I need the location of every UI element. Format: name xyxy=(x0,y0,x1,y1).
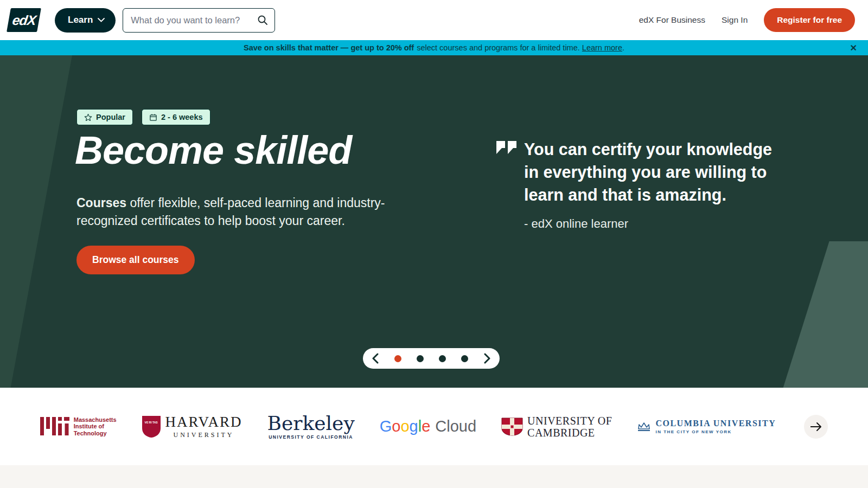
popular-badge: Popular xyxy=(76,109,133,125)
sign-in-link[interactable]: Sign In xyxy=(722,15,748,25)
cambridge-crest-icon xyxy=(501,418,523,436)
berkeley-logo[interactable]: Berkeley UNIVERSITY OF CALIFORNIA xyxy=(267,414,354,440)
partner-logo-strip: Massachusetts Institute of Technology VE… xyxy=(0,388,868,465)
learn-dropdown-label: Learn xyxy=(68,15,93,25)
chevron-left-icon xyxy=(372,353,379,364)
hero-decor-bottom-right-wedge xyxy=(776,241,868,388)
register-button[interactable]: Register for free xyxy=(764,8,855,32)
carousel-dot-4[interactable] xyxy=(461,355,468,362)
berkeley-wordmark: Berkeley UNIVERSITY OF CALIFORNIA xyxy=(267,414,354,440)
chevron-right-icon xyxy=(483,353,491,364)
calendar-icon xyxy=(149,113,157,121)
search-icon[interactable] xyxy=(257,15,268,25)
hero-badges: Popular 2 - 6 weeks xyxy=(76,109,210,125)
columbia-logo[interactable]: COLUMBIA UNIVERSITY IN THE CITY OF NEW Y… xyxy=(637,419,776,434)
promo-banner: Save on skills that matter — get up to 2… xyxy=(0,40,868,55)
header-actions: edX For Business Sign In Register for fr… xyxy=(639,8,855,32)
partners-next-button[interactable] xyxy=(804,415,828,439)
hero-description: Courses offer flexible, self-paced learn… xyxy=(76,194,428,230)
harvard-logo[interactable]: VE RI TAS HARVARD UNIVERSITY xyxy=(142,414,242,439)
carousel-prev-button[interactable] xyxy=(372,353,379,364)
banner-close-button[interactable]: ✕ xyxy=(850,40,857,55)
carousel-dot-2[interactable] xyxy=(417,355,424,362)
quote-icon xyxy=(496,141,516,148)
promo-regular-text: select courses and programs for a limite… xyxy=(417,43,580,52)
promo-bold-text: Save on skills that matter — get up to 2… xyxy=(244,43,414,52)
top-navigation: edX Learn edX For Business Sign In Regis… xyxy=(0,0,868,40)
columbia-wordmark: COLUMBIA UNIVERSITY IN THE CITY OF NEW Y… xyxy=(655,419,776,434)
edx-logo-text: edX xyxy=(11,12,37,28)
google-cloud-logo[interactable]: Google Cloud xyxy=(380,418,476,435)
next-section-edge xyxy=(0,465,868,488)
mit-wordmark: Massachusetts Institute of Technology xyxy=(74,416,117,437)
edx-for-business-link[interactable]: edX For Business xyxy=(639,15,705,25)
search-input[interactable] xyxy=(131,15,257,25)
quote-text: You can certify your knowledge in everyt… xyxy=(524,138,784,206)
google-cloud-wordmark: Google Cloud xyxy=(380,418,476,435)
columbia-crown-icon xyxy=(637,421,651,432)
testimonial-quote: You can certify your knowledge in everyt… xyxy=(496,138,784,231)
hero-description-bold: Courses xyxy=(76,196,126,210)
mit-logo[interactable]: Massachusetts Institute of Technology xyxy=(40,416,117,437)
promo-period: . xyxy=(622,43,624,52)
cambridge-logo[interactable]: UNIVERSITY OF CAMBRIDGE xyxy=(501,415,612,439)
learn-dropdown-button[interactable]: Learn xyxy=(55,8,116,33)
carousel-dot-1[interactable] xyxy=(394,355,401,362)
mit-logomark-icon xyxy=(40,417,69,435)
hero-section: Popular 2 - 6 weeks Become skilled Cours… xyxy=(0,55,868,388)
duration-badge: 2 - 6 weeks xyxy=(142,109,210,125)
learn-more-link[interactable]: Learn more xyxy=(582,43,622,52)
popular-badge-label: Popular xyxy=(96,113,125,121)
duration-badge-label: 2 - 6 weeks xyxy=(161,113,203,121)
quote-attribution: - edX online learner xyxy=(524,217,784,231)
cambridge-wordmark: UNIVERSITY OF CAMBRIDGE xyxy=(527,415,612,439)
carousel-dot-3[interactable] xyxy=(439,355,446,362)
hero-title: Become skilled xyxy=(75,131,352,170)
hero-carousel-controls xyxy=(363,348,500,369)
arrow-right-icon xyxy=(809,422,822,432)
chevron-down-icon xyxy=(98,18,105,22)
harvard-shield-motto: VE RI TAS xyxy=(142,421,161,425)
search-box[interactable] xyxy=(123,8,275,33)
harvard-shield-icon: VE RI TAS xyxy=(142,415,161,438)
hero-decor-left-wedge xyxy=(0,55,76,388)
harvard-wordmark: HARVARD UNIVERSITY xyxy=(165,414,242,439)
carousel-next-button[interactable] xyxy=(483,353,491,364)
edx-logo[interactable]: edX xyxy=(7,8,41,32)
star-icon xyxy=(84,113,92,121)
browse-all-courses-button[interactable]: Browse all courses xyxy=(76,246,195,274)
